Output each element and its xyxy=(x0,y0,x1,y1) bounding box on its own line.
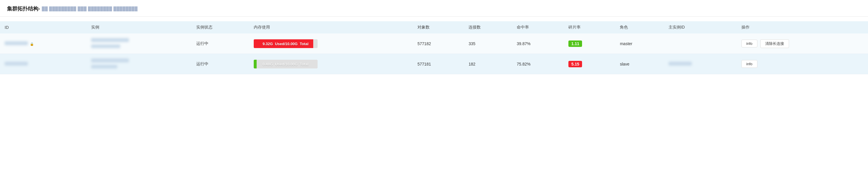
row2-frag-rate: 5.15 xyxy=(564,54,615,74)
memory-bar-fill-2 xyxy=(254,60,257,69)
row1-id: 🔒 xyxy=(0,33,87,54)
id-blurred xyxy=(5,41,28,45)
row2-status: 运行中 xyxy=(192,54,249,74)
row1-connections: 335 xyxy=(464,33,512,54)
master-id-blurred xyxy=(669,62,692,66)
clear-connections-button-row1[interactable]: 清除长连接 xyxy=(760,39,789,48)
row2-actions: info xyxy=(737,54,868,74)
table-row: 运行中 0.48G Used/10.00G Total 577181 182 7… xyxy=(0,54,868,74)
id-blurred-2 xyxy=(5,62,28,66)
row1-frag-rate: 1.11 xyxy=(564,33,615,54)
row1-role: master xyxy=(615,33,664,54)
instance-name-blurred xyxy=(91,38,129,42)
row2-connections: 182 xyxy=(464,54,512,74)
memory-bar-label: 9.32G Used/10.00G Total xyxy=(263,41,309,46)
instance-name-blurred-2 xyxy=(91,58,129,62)
col-frag-rate: 碎片率 xyxy=(564,21,615,33)
page-header: 集群拓扑结构- ██ █████████ ███ ████████ ██████… xyxy=(0,0,868,17)
instance-sub-blurred-2 xyxy=(91,65,117,69)
col-objects: 对象数 xyxy=(413,21,464,33)
info-button-row1[interactable]: info xyxy=(741,40,757,47)
col-id: ID xyxy=(0,21,87,33)
row2-objects: 577181 xyxy=(413,54,464,74)
page-subtitle: ██ █████████ ███ ████████ ████████ xyxy=(42,6,137,11)
page-title: 集群拓扑结构- xyxy=(7,5,40,12)
cluster-table: ID 实例 实例状态 内存使用 对象数 连接数 命中率 碎片率 角色 主实例ID… xyxy=(0,21,868,74)
row1-hit-rate: 39.87% xyxy=(512,33,564,54)
row2-master-id xyxy=(664,54,737,74)
row2-hit-rate: 75.82% xyxy=(512,54,564,74)
row1-actions: info 清除长连接 xyxy=(737,33,868,54)
row2-id xyxy=(0,54,87,74)
col-master-id: 主实例ID xyxy=(664,21,737,33)
memory-bar-label-2: 0.48G Used/10.00G Total xyxy=(263,62,309,66)
memory-bar-row2: 0.48G Used/10.00G Total xyxy=(254,60,318,69)
table-row: 🔒 运行中 9.32G Used/10.00G Total xyxy=(0,33,868,54)
col-memory: 内存使用 xyxy=(249,21,413,33)
col-action: 操作 xyxy=(737,21,868,33)
col-role: 角色 xyxy=(615,21,664,33)
row2-memory: 0.48G Used/10.00G Total xyxy=(249,54,413,74)
instance-sub-blurred xyxy=(91,45,120,48)
row1-instance xyxy=(87,33,192,54)
frag-badge-row2: 5.15 xyxy=(568,61,582,67)
row1-objects: 577182 xyxy=(413,33,464,54)
row2-role: slave xyxy=(615,54,664,74)
col-connections: 连接数 xyxy=(464,21,512,33)
memory-bar-row1: 9.32G Used/10.00G Total xyxy=(254,39,318,48)
info-button-row2[interactable]: info xyxy=(741,60,757,68)
row1-master-id xyxy=(664,33,737,54)
frag-badge-row1: 1.11 xyxy=(568,41,582,47)
col-status: 实例状态 xyxy=(192,21,249,33)
row1-status: 运行中 xyxy=(192,33,249,54)
table-section: ID 实例 实例状态 内存使用 对象数 连接数 命中率 碎片率 角色 主实例ID… xyxy=(0,17,868,74)
row1-memory: 9.32G Used/10.00G Total xyxy=(249,33,413,54)
col-hit-rate: 命中率 xyxy=(512,21,564,33)
page-container: 集群拓扑结构- ██ █████████ ███ ████████ ██████… xyxy=(0,0,868,173)
table-header-row: ID 实例 实例状态 内存使用 对象数 连接数 命中率 碎片率 角色 主实例ID… xyxy=(0,21,868,33)
row2-instance xyxy=(87,54,192,74)
col-instance: 实例 xyxy=(87,21,192,33)
